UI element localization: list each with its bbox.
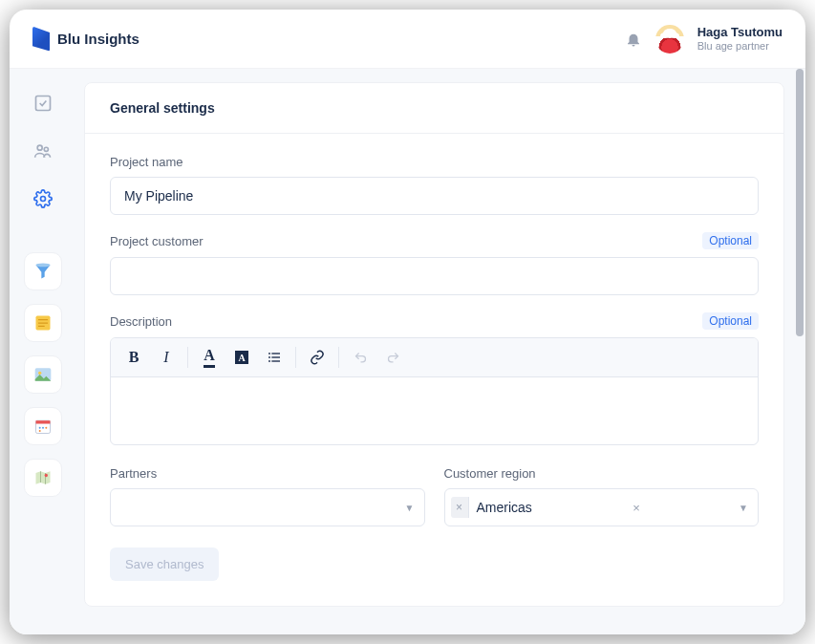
note-icon: [33, 313, 53, 333]
partners-label: Partners: [110, 466, 157, 481]
redo-icon: [386, 351, 400, 365]
svg-rect-18: [271, 356, 280, 357]
highlight-button[interactable]: A: [226, 342, 257, 373]
main-content: General settings Project name Project cu…: [76, 69, 805, 634]
customer-region-label: Customer region: [444, 466, 536, 481]
project-name-label: Project name: [110, 155, 183, 169]
project-name-input[interactable]: [110, 177, 759, 215]
sidebar-tool-images[interactable]: [24, 355, 62, 394]
svg-point-1: [37, 145, 42, 150]
save-button[interactable]: Save changes: [110, 547, 219, 581]
sidebar-tool-calendar[interactable]: [24, 407, 62, 445]
customer-region-select[interactable]: × Americas × ▼: [444, 488, 760, 526]
gear-icon: [33, 189, 53, 208]
brand-logo-icon: [32, 27, 50, 52]
redo-button[interactable]: [377, 342, 408, 373]
list-button[interactable]: [259, 342, 290, 373]
svg-point-7: [38, 372, 41, 375]
settings-panel: General settings Project name Project cu…: [84, 82, 784, 607]
svg-rect-20: [271, 360, 280, 361]
region-chip: × Americas: [451, 497, 542, 518]
svg-rect-9: [36, 420, 51, 423]
page-title: General settings: [85, 83, 783, 134]
calendar-icon: [33, 417, 53, 436]
description-editor: B I A A: [110, 337, 759, 445]
svg-rect-19: [268, 360, 270, 361]
avatar[interactable]: [655, 25, 684, 54]
brand-name: Blu Insights: [57, 31, 139, 47]
svg-point-11: [42, 427, 44, 429]
checkbox-icon: [33, 94, 53, 113]
svg-rect-17: [268, 356, 270, 357]
svg-point-14: [45, 474, 48, 477]
project-customer-label: Project customer: [110, 234, 204, 248]
svg-point-2: [44, 147, 48, 151]
description-label: Description: [110, 314, 172, 329]
svg-rect-15: [268, 353, 270, 354]
svg-point-13: [39, 430, 41, 432]
people-icon: [33, 141, 53, 161]
undo-button[interactable]: [345, 342, 375, 373]
bell-icon[interactable]: [625, 31, 642, 48]
svg-point-4: [36, 264, 51, 268]
link-button[interactable]: [302, 342, 332, 373]
sidebar-tool-funnel[interactable]: [24, 252, 62, 290]
link-icon: [310, 350, 325, 365]
clear-select-icon[interactable]: ×: [633, 501, 640, 515]
svg-rect-16: [271, 353, 280, 354]
chip-remove-icon[interactable]: ×: [451, 497, 468, 518]
italic-button[interactable]: I: [151, 342, 182, 373]
chevron-down-icon: ▼: [739, 503, 748, 513]
sidebar: [10, 69, 76, 634]
sidebar-item-settings[interactable]: [26, 182, 60, 216]
map-icon: [33, 468, 53, 487]
editor-toolbar: B I A A: [111, 338, 758, 377]
user-block[interactable]: Haga Tsutomu Blu age partner: [697, 25, 783, 53]
topbar: Blu Insights Haga Tsutomu Blu age partne…: [10, 10, 805, 69]
chevron-down-icon: ▼: [405, 503, 415, 513]
sidebar-item-checklist[interactable]: [26, 86, 60, 120]
sidebar-item-team[interactable]: [26, 134, 60, 168]
text-color-button[interactable]: A: [194, 342, 225, 373]
optional-badge: Optional: [702, 312, 759, 330]
user-subtitle: Blu age partner: [697, 40, 783, 53]
sidebar-tool-map[interactable]: [24, 459, 62, 497]
undo-icon: [354, 351, 368, 365]
svg-point-12: [45, 427, 47, 429]
list-icon: [267, 350, 282, 365]
bold-button[interactable]: B: [118, 342, 149, 373]
region-chip-text: Americas: [468, 497, 542, 518]
scrollbar[interactable]: [796, 69, 804, 336]
svg-point-3: [41, 197, 46, 202]
svg-point-10: [39, 427, 41, 429]
sidebar-tool-notes[interactable]: [24, 304, 62, 342]
image-icon: [33, 365, 53, 384]
svg-rect-0: [36, 97, 51, 111]
brand[interactable]: Blu Insights: [32, 27, 139, 52]
optional-badge: Optional: [702, 232, 759, 249]
partners-select[interactable]: ▼: [110, 488, 425, 526]
description-textarea[interactable]: [111, 377, 758, 444]
funnel-icon: [33, 262, 53, 281]
project-customer-input[interactable]: [110, 257, 759, 295]
app-window: Blu Insights Haga Tsutomu Blu age partne…: [10, 10, 805, 634]
user-name: Haga Tsutomu: [697, 25, 783, 40]
